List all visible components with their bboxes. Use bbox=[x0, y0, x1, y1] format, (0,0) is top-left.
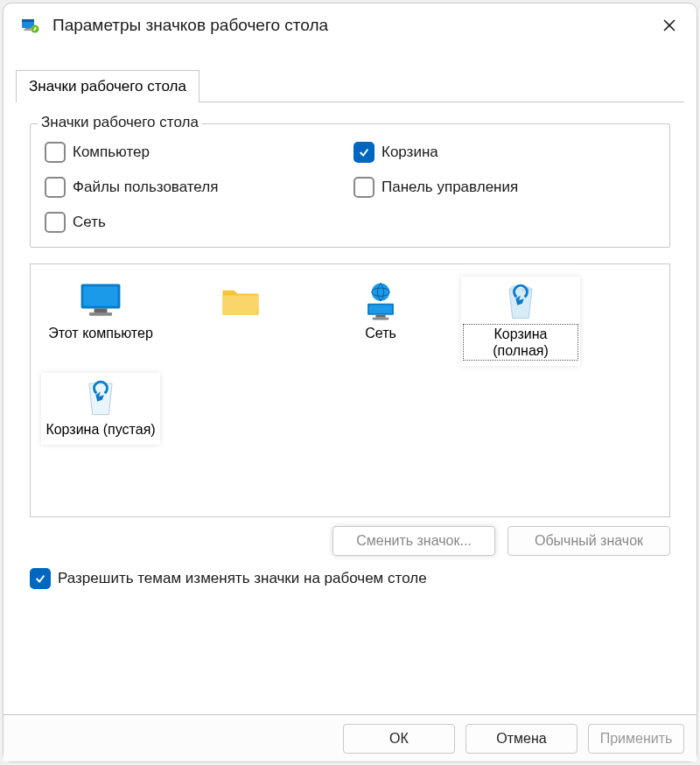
apply-button[interactable]: Применить bbox=[588, 724, 684, 754]
checkbox-network[interactable] bbox=[45, 212, 66, 233]
icon-label-recycle-full: Корзина (полная) bbox=[463, 324, 578, 361]
tab-desktop-icons[interactable]: Значки рабочего стола bbox=[16, 70, 200, 102]
svg-rect-3 bbox=[24, 29, 32, 30]
svg-rect-15 bbox=[373, 318, 389, 320]
checkbox-allow-themes[interactable] bbox=[30, 568, 51, 589]
icon-item-thispc[interactable]: Этот компьютер bbox=[41, 277, 160, 366]
svg-rect-2 bbox=[25, 28, 31, 29]
checkbox-computer-row[interactable]: Компьютер bbox=[45, 142, 346, 163]
desktop-icons-group: Значки рабочего стола Компьютер Корзина bbox=[30, 123, 670, 248]
checkbox-userfiles-row[interactable]: Файлы пользователя bbox=[45, 177, 346, 198]
ok-button[interactable]: ОК bbox=[343, 724, 455, 754]
titlebar: Параметры значков рабочего стола bbox=[4, 4, 696, 46]
icon-label-network: Сеть bbox=[362, 324, 399, 342]
checkbox-controlpanel-row[interactable]: Панель управления bbox=[354, 177, 655, 198]
icon-action-row: Сменить значок... Обычный значок bbox=[30, 526, 670, 556]
checkbox-controlpanel-label: Панель управления bbox=[382, 179, 518, 196]
checkbox-recycle-row[interactable]: Корзина bbox=[354, 142, 655, 163]
tab-row: Значки рабочего стола bbox=[4, 70, 696, 102]
icon-label-thispc: Этот компьютер bbox=[46, 324, 156, 342]
checkbox-userfiles[interactable] bbox=[45, 177, 66, 198]
svg-rect-13 bbox=[369, 305, 392, 313]
checkbox-userfiles-label: Файлы пользователя bbox=[73, 179, 218, 196]
svg-rect-8 bbox=[94, 308, 108, 312]
checkbox-network-row[interactable]: Сеть bbox=[45, 212, 346, 233]
recycle-bin-empty-icon bbox=[75, 376, 126, 418]
default-icon-button[interactable]: Обычный значок bbox=[508, 526, 670, 556]
icon-item-recycle-full[interactable]: Корзина (полная) bbox=[461, 277, 580, 366]
checkbox-recycle[interactable] bbox=[354, 142, 374, 163]
icon-label-recycle-empty: Корзина (пустая) bbox=[43, 420, 158, 439]
icon-label-userfiles bbox=[236, 324, 245, 342]
folder-icon bbox=[215, 280, 266, 322]
change-icon-button[interactable]: Сменить значок... bbox=[332, 526, 495, 556]
icon-preview-panel: Этот компьютер bbox=[30, 263, 670, 517]
svg-rect-14 bbox=[375, 315, 385, 318]
cancel-button[interactable]: Отмена bbox=[466, 724, 578, 754]
icon-item-recycle-empty[interactable]: Корзина (пустая) bbox=[41, 373, 160, 444]
svg-rect-1 bbox=[22, 19, 34, 22]
checkbox-recycle-label: Корзина bbox=[382, 144, 438, 161]
checkbox-computer-label: Компьютер bbox=[73, 144, 150, 161]
tab-content: Значки рабочего стола Компьютер Корзина bbox=[16, 102, 684, 761]
svg-rect-9 bbox=[89, 312, 112, 316]
recycle-bin-full-icon bbox=[495, 280, 546, 322]
checkbox-network-label: Сеть bbox=[73, 214, 106, 231]
checkbox-controlpanel[interactable] bbox=[354, 177, 374, 198]
desktop-settings-icon bbox=[19, 15, 40, 36]
icon-item-userfiles[interactable] bbox=[181, 277, 300, 366]
dialog-window: Параметры значков рабочего стола Значки … bbox=[3, 3, 697, 762]
icon-item-network[interactable]: Сеть bbox=[321, 277, 440, 366]
svg-rect-7 bbox=[83, 286, 117, 305]
group-legend: Значки рабочего стола bbox=[38, 114, 202, 131]
window-title: Параметры значков рабочего стола bbox=[52, 16, 656, 35]
allow-themes-row[interactable]: Разрешить темам изменять значки на рабоч… bbox=[30, 568, 670, 589]
checkbox-computer[interactable] bbox=[45, 142, 66, 163]
dialog-button-bar: ОК Отмена Применить bbox=[4, 714, 696, 761]
monitor-icon bbox=[75, 280, 126, 322]
svg-point-10 bbox=[372, 283, 390, 301]
allow-themes-label: Разрешить темам изменять значки на рабоч… bbox=[58, 570, 427, 587]
network-icon bbox=[355, 280, 406, 322]
close-button[interactable] bbox=[656, 12, 682, 39]
